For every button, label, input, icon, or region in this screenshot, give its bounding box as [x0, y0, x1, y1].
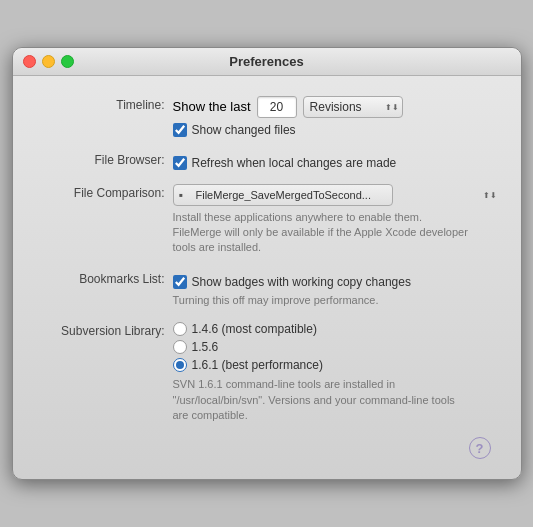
window-title: Preferences: [229, 54, 303, 69]
file-browser-controls: Refresh when local changes are made: [173, 151, 501, 170]
radio-button-0[interactable]: [173, 322, 187, 336]
file-comparison-controls: FileMerge_SaveMergedToSecond... Install …: [173, 184, 501, 256]
title-bar: Preferences: [13, 48, 521, 76]
timeline-controls: Show the last Revisions Days Show change…: [173, 96, 501, 137]
subversion-row: Subversion Library: 1.4.6 (most compatib…: [33, 322, 501, 423]
preferences-window: Preferences Timeline: Show the last Revi…: [12, 47, 522, 481]
maximize-button[interactable]: [61, 55, 74, 68]
svn-description: SVN 1.6.1 command-line tools are install…: [173, 377, 473, 423]
timeline-unit-select-wrapper: Revisions Days: [303, 96, 403, 118]
file-comparison-description: Install these applications anywhere to e…: [173, 210, 473, 256]
help-area: ?: [33, 437, 501, 459]
bookmarks-list-row: Bookmarks List: Show badges with working…: [33, 270, 501, 308]
refresh-row: Refresh when local changes are made: [173, 156, 501, 170]
timeline-label: Timeline:: [33, 96, 173, 112]
badges-checkbox[interactable]: [173, 275, 187, 289]
help-button[interactable]: ?: [469, 437, 491, 459]
timeline-inline: Show the last Revisions Days: [173, 96, 501, 118]
show-changed-files-checkbox[interactable]: [173, 123, 187, 137]
minimize-button[interactable]: [42, 55, 55, 68]
radio-label-1: 1.5.6: [192, 340, 219, 354]
badges-label: Show badges with working copy changes: [192, 275, 411, 289]
timeline-number-input[interactable]: [257, 96, 297, 118]
radio-label-2: 1.6.1 (best performance): [192, 358, 323, 372]
bookmarks-list-label: Bookmarks List:: [33, 270, 173, 286]
refresh-checkbox[interactable]: [173, 156, 187, 170]
radio-button-2[interactable]: [173, 358, 187, 372]
radio-row-0: 1.4.6 (most compatible): [173, 322, 501, 336]
subversion-label: Subversion Library:: [33, 322, 173, 338]
file-comparison-label: File Comparison:: [33, 184, 173, 200]
show-last-label: Show the last: [173, 99, 251, 114]
file-comparison-select-wrapper: FileMerge_SaveMergedToSecond...: [173, 184, 501, 206]
preferences-content: Timeline: Show the last Revisions Days S…: [13, 76, 521, 480]
subversion-controls: 1.4.6 (most compatible) 1.5.6 1.6.1 (bes…: [173, 322, 501, 423]
timeline-unit-select[interactable]: Revisions Days: [303, 96, 403, 118]
file-browser-label: File Browser:: [33, 151, 173, 167]
window-controls: [23, 55, 74, 68]
file-comparison-row: File Comparison: FileMerge_SaveMergedToS…: [33, 184, 501, 256]
radio-row-2: 1.6.1 (best performance): [173, 358, 501, 372]
timeline-row: Timeline: Show the last Revisions Days S…: [33, 96, 501, 137]
refresh-label: Refresh when local changes are made: [192, 156, 397, 170]
close-button[interactable]: [23, 55, 36, 68]
radio-row-1: 1.5.6: [173, 340, 501, 354]
radio-group: 1.4.6 (most compatible) 1.5.6 1.6.1 (bes…: [173, 322, 501, 372]
radio-label-0: 1.4.6 (most compatible): [192, 322, 317, 336]
file-comparison-select[interactable]: FileMerge_SaveMergedToSecond...: [173, 184, 393, 206]
show-changed-files-row: Show changed files: [173, 123, 501, 137]
show-changed-files-label: Show changed files: [192, 123, 296, 137]
bookmarks-description: Turning this off may improve performance…: [173, 293, 473, 308]
bookmarks-list-controls: Show badges with working copy changes Tu…: [173, 270, 501, 308]
badges-row: Show badges with working copy changes: [173, 275, 501, 289]
file-browser-row: File Browser: Refresh when local changes…: [33, 151, 501, 170]
radio-button-1[interactable]: [173, 340, 187, 354]
